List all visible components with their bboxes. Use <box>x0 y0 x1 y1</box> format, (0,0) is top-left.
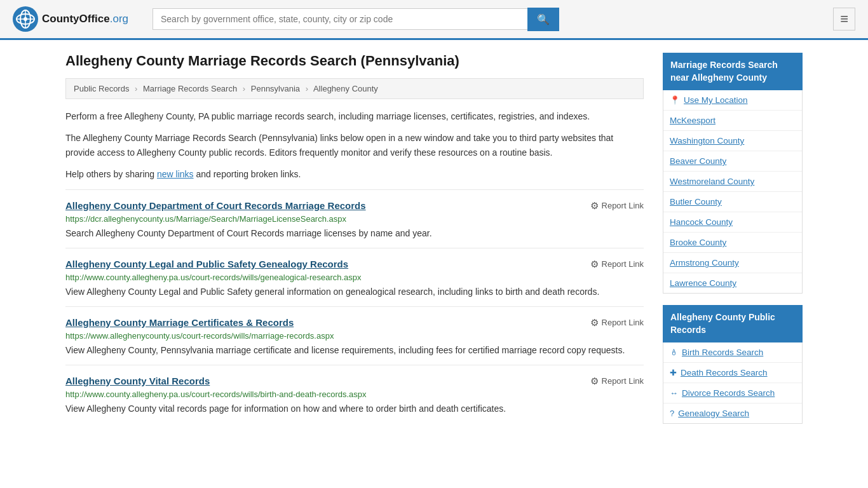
washington-county-link[interactable]: Washington County <box>670 136 744 146</box>
death-records-link[interactable]: Death Records Search <box>681 368 768 377</box>
beaver-county-link[interactable]: Beaver County <box>670 156 726 166</box>
logo-icon <box>13 6 38 32</box>
divorce-icon: ↔ <box>670 388 678 398</box>
description-2: The Allegheny County Marriage Records Se… <box>65 131 644 159</box>
report-link[interactable]: ⚙ Report Link <box>590 200 644 212</box>
genealogy-search-link[interactable]: Genealogy Search <box>678 409 749 418</box>
sidebar: Marriage Records Search near Allegheny C… <box>663 53 803 435</box>
page-title: Allegheny County Marriage Records Search… <box>65 53 644 69</box>
sidebar-item-armstrong-county[interactable]: Armstrong County <box>663 253 802 273</box>
result-entry: Allegheny County Legal and Public Safety… <box>65 248 644 306</box>
sidebar-item-lawrence-county[interactable]: Lawrence County <box>663 273 802 293</box>
sidebar-item-butler-county[interactable]: Butler County <box>663 192 802 212</box>
result-title[interactable]: Allegheny County Vital Records <box>65 376 210 386</box>
sidebar-nearby-header: Marriage Records Search near Allegheny C… <box>663 53 803 90</box>
report-icon: ⚙ <box>590 317 599 329</box>
breadcrumb-current: Allegheny County <box>313 84 378 93</box>
breadcrumb-marriage-records[interactable]: Marriage Records Search <box>143 84 237 93</box>
result-entry: Allegheny County Marriage Certificates &… <box>65 306 644 365</box>
sidebar-nearby-section: Marriage Records Search near Allegheny C… <box>663 53 803 294</box>
report-link[interactable]: ⚙ Report Link <box>590 376 644 387</box>
result-entry: Allegheny County Department of Court Rec… <box>65 189 644 248</box>
search-input[interactable] <box>153 8 527 30</box>
result-url: http://www.county.allegheny.pa.us/court-… <box>65 273 644 282</box>
results-list: Allegheny County Department of Court Rec… <box>65 189 644 423</box>
birth-records-link[interactable]: Birth Records Search <box>682 348 763 357</box>
search-area: 🔍 <box>153 8 559 31</box>
report-icon: ⚙ <box>590 200 599 212</box>
westmoreland-county-link[interactable]: Westmoreland County <box>670 177 754 186</box>
breadcrumb-sep2: › <box>243 84 245 93</box>
breadcrumb-pennsylvania[interactable]: Pennsylvania <box>251 84 300 93</box>
menu-button[interactable]: ≡ <box>833 8 855 30</box>
sidebar-item-westmoreland-county[interactable]: Westmoreland County <box>663 172 802 192</box>
sidebar-public-records-section: Allegheny County Public Records 🕯 Birth … <box>663 305 803 424</box>
report-icon: ⚙ <box>590 376 599 387</box>
report-link[interactable]: ⚙ Report Link <box>590 259 644 270</box>
sidebar-item-washington-county[interactable]: Washington County <box>663 131 802 151</box>
breadcrumb-public-records[interactable]: Public Records <box>74 84 129 93</box>
breadcrumb: Public Records › Marriage Records Search… <box>65 78 644 99</box>
breadcrumb-sep1: › <box>135 84 137 93</box>
new-links-link[interactable]: new links <box>157 169 194 179</box>
sidebar-item-genealogy-search[interactable]: ? Genealogy Search <box>663 403 802 423</box>
result-url: http://www.county.allegheny.pa.us/court-… <box>65 390 644 399</box>
sidebar-item-birth-records[interactable]: 🕯 Birth Records Search <box>663 342 802 363</box>
genealogy-icon: ? <box>670 409 674 418</box>
breadcrumb-sep3: › <box>306 84 308 93</box>
result-entry: Allegheny County Vital Records ⚙ Report … <box>65 365 644 423</box>
report-link[interactable]: ⚙ Report Link <box>590 317 644 329</box>
logo-area: CountyOffice.org <box>13 6 140 32</box>
sidebar-public-records-list: 🕯 Birth Records Search ✚ Death Records S… <box>663 342 803 424</box>
location-icon: 📍 <box>670 95 680 105</box>
result-desc: View Allegheny County, Pennsylvania marr… <box>65 344 644 357</box>
sidebar-item-brooke-county[interactable]: Brooke County <box>663 233 802 253</box>
sidebar-item-beaver-county[interactable]: Beaver County <box>663 151 802 172</box>
result-desc: View Allegheny County vital records page… <box>65 402 644 416</box>
report-label: Report Link <box>602 259 644 269</box>
sidebar-item-mckeesport[interactable]: McKeesport <box>663 111 802 131</box>
description-3: Help others by sharing new links and rep… <box>65 167 644 181</box>
main-wrapper: Allegheny County Marriage Records Search… <box>53 40 815 448</box>
search-button[interactable]: 🔍 <box>527 8 559 31</box>
sidebar-item-divorce-records[interactable]: ↔ Divorce Records Search <box>663 383 802 403</box>
result-desc: Search Allegheny County Department of Co… <box>65 227 644 240</box>
report-label: Report Link <box>602 376 644 386</box>
report-icon: ⚙ <box>590 259 599 270</box>
header: CountyOffice.org 🔍 ≡ <box>0 0 868 40</box>
logo-text: CountyOffice.org <box>42 13 128 25</box>
butler-county-link[interactable]: Butler County <box>670 197 722 207</box>
armstrong-county-link[interactable]: Armstrong County <box>670 258 739 268</box>
hancock-county-link[interactable]: Hancock County <box>670 217 733 227</box>
sidebar-item-hancock-county[interactable]: Hancock County <box>663 212 802 233</box>
result-title[interactable]: Allegheny County Department of Court Rec… <box>65 200 366 211</box>
brooke-county-link[interactable]: Brooke County <box>670 238 726 247</box>
use-my-location-link[interactable]: Use My Location <box>684 95 748 105</box>
report-label: Report Link <box>602 201 644 210</box>
description-1: Perform a free Allegheny County, PA publ… <box>65 109 644 123</box>
result-title[interactable]: Allegheny County Legal and Public Safety… <box>65 259 348 269</box>
sidebar-item-use-my-location[interactable]: 📍 Use My Location <box>663 90 802 111</box>
result-url: https://dcr.alleghenycounty.us/Marriage/… <box>65 214 644 224</box>
result-url: https://www.alleghenycounty.us/court-rec… <box>65 331 644 341</box>
sidebar-nearby-list: 📍 Use My Location McKeesport Washington … <box>663 90 803 294</box>
mckeesport-link[interactable]: McKeesport <box>670 116 715 125</box>
sidebar-public-records-header: Allegheny County Public Records <box>663 305 803 342</box>
death-icon: ✚ <box>670 368 677 377</box>
report-label: Report Link <box>602 318 644 327</box>
content: Allegheny County Marriage Records Search… <box>65 53 644 435</box>
result-title[interactable]: Allegheny County Marriage Certificates &… <box>65 317 294 328</box>
sidebar-item-death-records[interactable]: ✚ Death Records Search <box>663 363 802 383</box>
divorce-records-link[interactable]: Divorce Records Search <box>682 388 775 398</box>
lawrence-county-link[interactable]: Lawrence County <box>670 278 736 288</box>
birth-icon: 🕯 <box>670 348 678 357</box>
result-desc: View Allegheny County Legal and Public S… <box>65 285 644 299</box>
